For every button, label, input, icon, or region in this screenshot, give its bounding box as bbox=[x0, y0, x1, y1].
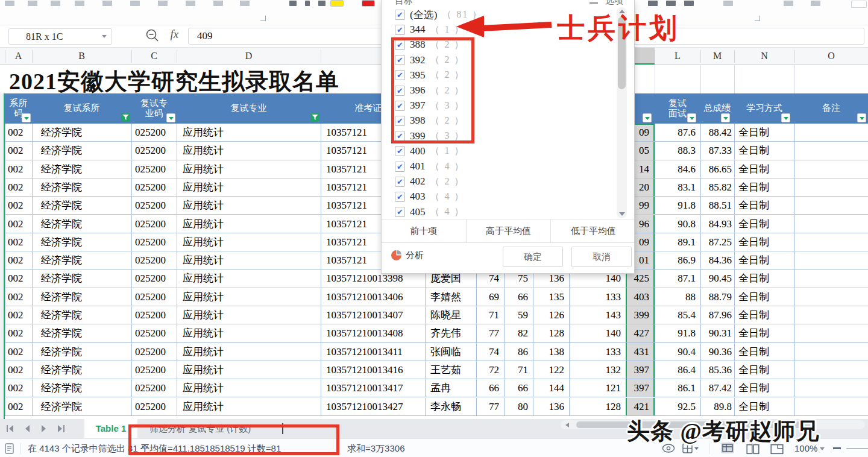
cell-n-row4[interactable]: 全日制 bbox=[734, 178, 794, 196]
toolbar-icon[interactable] bbox=[5, 1, 14, 6]
cell-i-row11[interactable]: 126 bbox=[533, 306, 569, 324]
below-average-button[interactable]: 低于平均值 bbox=[551, 219, 635, 242]
scroll-left-icon[interactable] bbox=[565, 423, 569, 427]
cell-b-row11[interactable]: 经济学院 bbox=[32, 306, 131, 324]
cell-n-row16[interactable]: 全日制 bbox=[734, 398, 794, 415]
cell-g-row11[interactable]: 71 bbox=[476, 306, 504, 324]
filter-dropdown-icon[interactable] bbox=[857, 113, 866, 122]
cell-k-row14[interactable]: 397 bbox=[626, 361, 655, 379]
cell-m-row3[interactable]: 86.65 bbox=[700, 160, 734, 178]
cell-i-row16[interactable]: 136 bbox=[533, 398, 569, 415]
name-box[interactable]: 81R x 1C bbox=[8, 28, 112, 45]
cell-m-row1[interactable]: 88.42 bbox=[700, 124, 734, 141]
cell-l-row6[interactable]: 90.8 bbox=[655, 215, 700, 233]
cell-o-row4[interactable] bbox=[794, 178, 868, 196]
cell-l-row7[interactable]: 89.1 bbox=[655, 233, 700, 251]
cell-g-row10[interactable]: 69 bbox=[476, 288, 504, 306]
cell-n-row14[interactable]: 全日制 bbox=[734, 361, 794, 379]
filter-dropdown-icon[interactable] bbox=[781, 113, 790, 122]
cell-b-row2[interactable]: 经济学院 bbox=[32, 142, 131, 159]
cell-b-row3[interactable]: 经济学院 bbox=[32, 160, 131, 178]
cell-e-row10[interactable]: 103571210013406 bbox=[321, 288, 425, 306]
cell-n-row5[interactable]: 全日制 bbox=[734, 197, 794, 214]
cell-d-row6[interactable]: 应用统计 bbox=[177, 215, 321, 233]
cell-l-row14[interactable]: 86.4 bbox=[655, 361, 700, 379]
cell-e-row11[interactable]: 103571210013407 bbox=[321, 306, 425, 324]
cell-n-row11[interactable]: 全日制 bbox=[734, 306, 794, 324]
column-letter-M[interactable]: M bbox=[700, 48, 734, 65]
cell-n-row3[interactable]: 全日制 bbox=[734, 160, 794, 178]
cell-l-row5[interactable]: 91.8 bbox=[655, 197, 700, 214]
column-letter-L[interactable]: L bbox=[655, 48, 700, 65]
cell-l-row1[interactable]: 87.6 bbox=[655, 124, 700, 141]
checkbox-checked-icon[interactable]: ✔ bbox=[395, 146, 405, 156]
cell-a-row14[interactable]: 002 bbox=[5, 361, 32, 379]
fill-color-icon[interactable] bbox=[330, 0, 344, 7]
ok-button[interactable]: 确定 bbox=[503, 247, 563, 267]
cell-c-row8[interactable]: 025200 bbox=[131, 251, 177, 269]
toolbar-icon[interactable] bbox=[28, 1, 37, 6]
cell-a-row13[interactable]: 002 bbox=[5, 343, 32, 361]
cell-m-row15[interactable]: 87.42 bbox=[700, 379, 734, 397]
toolbar-icon[interactable] bbox=[75, 1, 84, 6]
cell-m-row16[interactable]: 89.8 bbox=[700, 398, 734, 415]
cell-n-row2[interactable]: 全日制 bbox=[734, 142, 794, 159]
toolbar-icon[interactable] bbox=[784, 1, 793, 6]
bold-icon[interactable] bbox=[289, 1, 297, 6]
cell-c-row15[interactable]: 025200 bbox=[131, 379, 177, 397]
cell-j-row15[interactable]: 121 bbox=[569, 379, 626, 397]
cell-h-row16[interactable]: 80 bbox=[504, 398, 533, 415]
cell-e-row12[interactable]: 103571210013408 bbox=[321, 324, 425, 342]
toolbar-icon[interactable] bbox=[158, 1, 168, 6]
toolbar-icon[interactable] bbox=[130, 1, 140, 6]
cell-c-row10[interactable]: 025200 bbox=[131, 288, 177, 306]
checkbox-checked-icon[interactable]: ✔ bbox=[395, 25, 405, 35]
cell-o-row3[interactable] bbox=[794, 160, 868, 178]
column-letter-A[interactable]: A bbox=[5, 48, 32, 65]
filter-item-402[interactable]: ✔402（ 2 ） bbox=[395, 174, 465, 189]
cell-a-row10[interactable]: 002 bbox=[5, 288, 32, 306]
italic-icon[interactable] bbox=[305, 1, 310, 6]
cell-k-row10[interactable]: 403 bbox=[626, 288, 655, 306]
cell-c-row11[interactable]: 025200 bbox=[131, 306, 177, 324]
group-expander-icon[interactable] bbox=[260, 16, 266, 21]
cell-f-row16[interactable]: 李永畅 bbox=[425, 398, 476, 415]
cell-d-row9[interactable]: 应用统计 bbox=[177, 269, 321, 287]
filter-item-344[interactable]: ✔344（ 1 ） bbox=[395, 22, 465, 37]
filter-dropdown-icon[interactable] bbox=[687, 113, 696, 122]
cell-f-row10[interactable]: 李婧然 bbox=[425, 288, 476, 306]
cell-m-row9[interactable]: 90.45 bbox=[700, 269, 734, 287]
cell-a-row5[interactable]: 002 bbox=[5, 197, 32, 214]
cell-c-row2[interactable]: 025200 bbox=[131, 142, 177, 159]
macro-status-icon[interactable] bbox=[5, 443, 15, 454]
cell-h-row13[interactable]: 86 bbox=[504, 343, 533, 361]
cell-j-row13[interactable]: 133 bbox=[569, 343, 626, 361]
cell-m-row12[interactable]: 90.31 bbox=[700, 324, 734, 342]
cell-n-row1[interactable]: 全日制 bbox=[734, 124, 794, 141]
group-expander-icon[interactable] bbox=[755, 16, 760, 21]
cell-o-row9[interactable] bbox=[794, 269, 868, 287]
cell-l-row12[interactable]: 91.8 bbox=[655, 324, 700, 342]
cell-j-row12[interactable]: 140 bbox=[569, 324, 626, 342]
align-center-icon[interactable] bbox=[666, 1, 676, 6]
cell-o-row14[interactable] bbox=[794, 361, 868, 379]
cell-a-row2[interactable]: 002 bbox=[5, 142, 32, 159]
cell-c-row7[interactable]: 025200 bbox=[131, 233, 177, 251]
first-sheet-icon[interactable] bbox=[5, 423, 16, 434]
zoom-slider[interactable] bbox=[846, 448, 868, 449]
cell-l-row9[interactable]: 87.1 bbox=[655, 269, 700, 287]
cell-a-row11[interactable]: 002 bbox=[5, 306, 32, 324]
cell-k-row15[interactable]: 397 bbox=[626, 379, 655, 397]
cell-e-row15[interactable]: 103571210013417 bbox=[321, 379, 425, 397]
cell-m-row10[interactable]: 88.79 bbox=[700, 288, 734, 306]
filter-item-400[interactable]: ✔400（ 1 ） bbox=[395, 144, 465, 159]
checkbox-checked-icon[interactable]: ✔ bbox=[395, 207, 405, 217]
cell-d-row5[interactable]: 应用统计 bbox=[177, 197, 321, 214]
cell-c-row14[interactable]: 025200 bbox=[131, 361, 177, 379]
cell-b-row15[interactable]: 经济学院 bbox=[32, 379, 131, 397]
cell-m-row5[interactable]: 88.51 bbox=[700, 197, 734, 214]
cell-o-row6[interactable] bbox=[794, 215, 868, 233]
checkbox-checked-icon[interactable]: ✔ bbox=[395, 10, 405, 20]
cell-g-row12[interactable]: 77 bbox=[476, 324, 504, 342]
cell-a-row7[interactable]: 002 bbox=[5, 233, 32, 251]
